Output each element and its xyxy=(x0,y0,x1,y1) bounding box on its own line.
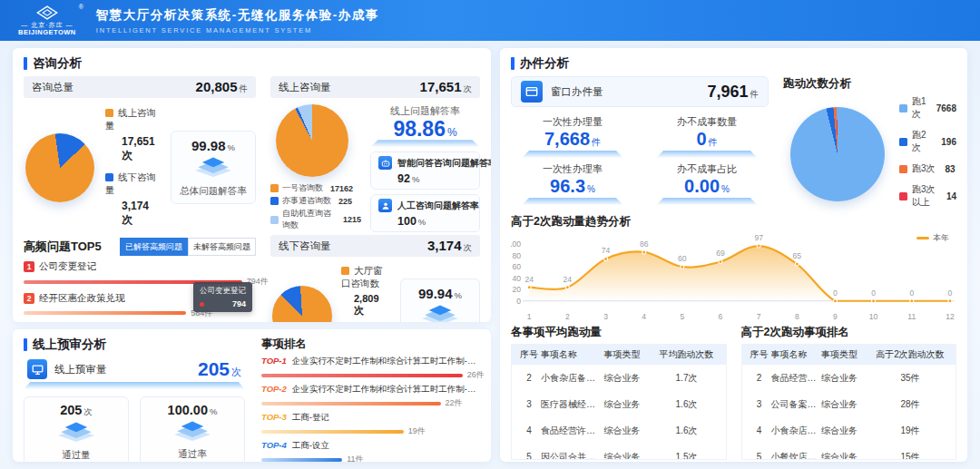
table-row: 2小食杂店备案新办综合业务1.7次 xyxy=(512,365,726,391)
svg-text:100: 100 xyxy=(511,239,521,249)
avg-runs-table[interactable]: 序号事项名称事项类型平均跑动次数2小食杂店备案新办综合业务1.7次3医疗器械经营… xyxy=(511,344,727,460)
svg-text:7: 7 xyxy=(757,312,761,321)
legend-item: 跑3次83 xyxy=(899,162,956,175)
rank-label: TOP-3 xyxy=(261,412,287,422)
tab-unanswered[interactable]: 未解答高频问题 xyxy=(188,238,256,256)
svg-text:4: 4 xyxy=(642,312,646,321)
table-row: 5因公司合并（分...综合业务1.5次 xyxy=(512,444,726,460)
trend-title: 高于2次跑动量趋势分析 xyxy=(511,214,956,230)
svg-text:9: 9 xyxy=(833,312,838,321)
ranking-item: TOP-1企业实行不定时工作制和综合计算工时工作制-新办 26件 xyxy=(261,356,480,381)
diamond-stack-icon xyxy=(175,156,251,183)
svg-text:65: 65 xyxy=(793,251,802,260)
over2-runs-table-title: 高于2次跑动事项排名 xyxy=(741,325,957,340)
svg-text:97: 97 xyxy=(754,233,763,242)
legend-item: 一号咨询数17162 xyxy=(270,182,361,194)
diamond-stack-icon xyxy=(28,421,124,448)
cases-panel: 办件分析 窗口办件量 7,961件 一次性办理量 7,668件 xyxy=(500,48,967,462)
pie-offline xyxy=(272,286,332,322)
svg-text:40: 40 xyxy=(513,274,522,283)
pie-consult-total xyxy=(25,133,94,202)
legend-swatch xyxy=(341,267,349,275)
legend-swatch xyxy=(270,184,279,192)
section-bar xyxy=(511,57,514,70)
diamond-stack-icon xyxy=(144,420,240,447)
ranking-item: TOP-2企业实行不定时工作制和综合计算工时工作制-延续 22件 xyxy=(261,384,480,409)
legend-swatch xyxy=(270,216,279,224)
ranking-item: TOP-4工商-设立 11件 xyxy=(261,440,480,462)
svg-text:1: 1 xyxy=(527,312,532,321)
bar xyxy=(261,430,404,434)
legend-item: 线上咨询量17,651 次 xyxy=(105,107,160,163)
legend-swatch xyxy=(105,109,113,117)
bar xyxy=(261,374,463,377)
rank-badge: 2 xyxy=(24,293,34,304)
preview-banner: 线上预审量 205次 xyxy=(24,357,245,382)
consult-total-bar: 咨询总量 20,805件 xyxy=(24,76,256,98)
trend-section: 高于2次跑动量趋势分析 本年 0204060801002412427438646… xyxy=(511,214,956,321)
legend-item: 跑1次7668 xyxy=(899,95,956,121)
legend-item: 大厅窗口咨询数2,809 次 xyxy=(341,265,391,318)
app-subtitle: INTELLIGENT SERVICE MANAGEMENT SYSTEM xyxy=(96,26,379,34)
logo-icon xyxy=(35,5,59,20)
platform-shape xyxy=(656,151,758,158)
preview-section-title: 线上预审分析 xyxy=(24,337,245,353)
logo-registered-mark: ® xyxy=(79,4,83,10)
pie-online xyxy=(276,104,348,177)
svg-text:0: 0 xyxy=(833,288,838,298)
stat-once-volume: 一次性办理量 7,668件 xyxy=(511,113,634,159)
stat-fail-count: 办不成事数量 0件 xyxy=(645,113,769,159)
preview-panel: 线上预审分析 线上预审量 205次 205次 通过量 xyxy=(13,329,491,462)
svg-text:80: 80 xyxy=(513,251,522,260)
svg-text:24: 24 xyxy=(564,275,573,284)
section-bar xyxy=(24,57,27,70)
table-header: 序号事项名称事项类型平均跑动次数 xyxy=(512,345,726,365)
rank-label: TOP-2 xyxy=(261,384,287,394)
legend-swatch xyxy=(105,173,113,181)
consult-section-title: 咨询分析 xyxy=(24,55,480,72)
svg-text:10: 10 xyxy=(869,312,878,321)
table-row: 4小食杂店备案新办综合业务19件 xyxy=(742,417,956,444)
stat-once-rate: 一次性办理率 96.3% xyxy=(511,161,634,206)
svg-text:60: 60 xyxy=(513,262,522,271)
ranking-item: TOP-3工商-登记 19件 xyxy=(261,412,480,437)
bar xyxy=(261,402,441,405)
pass-rate-card: 100.00% 通过率 xyxy=(140,396,245,462)
svg-text:6: 6 xyxy=(719,312,723,321)
svg-text:5: 5 xyxy=(680,312,684,321)
svg-text:69: 69 xyxy=(716,249,725,258)
bar xyxy=(24,311,186,315)
svg-text:74: 74 xyxy=(602,246,611,255)
manual-rate-card: 人工咨询问题解答率 100% xyxy=(370,194,480,232)
bar xyxy=(261,458,342,462)
legend-item: 跑3次以上14 xyxy=(899,183,956,209)
svg-text:11: 11 xyxy=(907,312,916,321)
platform-shape xyxy=(24,382,245,389)
legend-item: 线下咨询量3,174 次 xyxy=(105,171,160,228)
window-icon xyxy=(521,81,543,103)
logo-cn-text: — 北京·亦庄 — xyxy=(21,22,73,28)
avg-runs-table-block: 各事项平均跑动量 序号事项名称事项类型平均跑动次数2小食杂店备案新办综合业务1.… xyxy=(511,325,727,460)
platform-shape xyxy=(522,198,623,205)
legend-swatch xyxy=(899,165,907,173)
ranking-list: TOP-1企业实行不定时工作制和综合计算工时工作制-新办 26件TOP-2企业实… xyxy=(261,356,480,462)
overall-rate-card: 99.98% 总体问题解答率 xyxy=(171,131,256,204)
ai-rate-card: 智能问答咨询问题解答率 92% xyxy=(370,151,480,190)
svg-text:3: 3 xyxy=(603,312,608,321)
online-legend: 一号咨询数17162亦事通咨询数225自助机查询咨询数1215 xyxy=(270,182,361,232)
offline-legend: 大厅窗口咨询数2,809 次亦企服务港咨询365 次 xyxy=(341,265,391,322)
table-row: 5小餐饮店新办综合业务15件 xyxy=(742,444,956,460)
over2-runs-table[interactable]: 序号事项名称事项类型高于2次跑动次数2食品经营许可新办综合业务35件3公司备案登… xyxy=(741,344,957,460)
online-rate-value: 98.86% xyxy=(370,118,480,140)
svg-text:0: 0 xyxy=(909,288,914,298)
consult-panel: 咨询分析 咨询总量 20,805件 线上咨询量17,651 次线下咨询量3,17… xyxy=(13,48,491,322)
chart-tooltip: 公司变更登记 794 xyxy=(193,282,252,312)
trend-legend: 本年 xyxy=(916,232,949,244)
logo-en-text: BEIJINGETOWN xyxy=(18,29,76,36)
runs-title: 跑动次数分析 xyxy=(783,76,956,92)
stat-fail-rate: 办不成事占比 0.00% xyxy=(645,161,769,206)
tab-answered[interactable]: 已解答高频问题 xyxy=(120,238,188,256)
table-row: 3公司备案登记综合业务28件 xyxy=(742,391,956,417)
svg-text:86: 86 xyxy=(640,239,649,249)
svg-text:60: 60 xyxy=(678,254,687,263)
